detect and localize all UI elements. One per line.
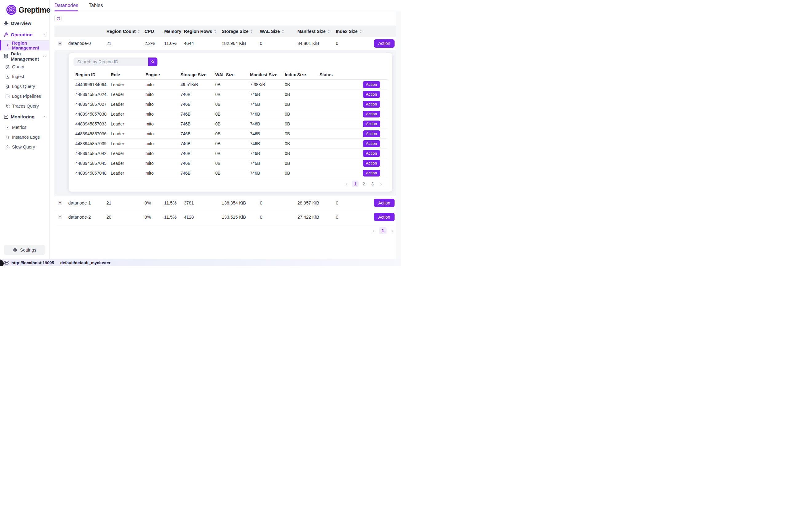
sidebar-item-query[interactable]: Query xyxy=(0,62,49,72)
refresh-button[interactable] xyxy=(54,15,62,22)
region-cell-action: Action xyxy=(354,170,387,176)
pagination-next-icon[interactable]: › xyxy=(388,227,396,234)
region-cell-index_size: 0B xyxy=(285,141,320,146)
pagination-prev-icon[interactable]: ‹ xyxy=(370,227,377,234)
region-search-bar xyxy=(74,57,157,66)
magnifier-icon xyxy=(5,135,10,139)
region-cell-region_id: 4483945857036 xyxy=(75,131,111,136)
region-action-button[interactable]: Action xyxy=(363,91,380,98)
cell-value-4: 138.354 KiB xyxy=(222,201,260,205)
region-cell-manifest_size: 746B xyxy=(250,141,285,146)
region-action-button[interactable]: Action xyxy=(363,81,380,88)
settings-button[interactable]: Settings xyxy=(4,245,45,255)
region-action-button[interactable]: Action xyxy=(363,170,380,176)
chevron-up-icon[interactable] xyxy=(42,54,46,58)
column-header-manifest-size[interactable]: Manifest Size xyxy=(298,29,336,34)
wrench-icon xyxy=(3,32,8,37)
sidebar-item-label: Query xyxy=(12,64,24,69)
sidebar-item-label: Region Management xyxy=(12,41,49,51)
region-action-button[interactable]: Action xyxy=(363,130,380,137)
region-cell-storage_size: 746B xyxy=(180,161,215,166)
sidebar-item-logs-pipelines[interactable]: Logs Pipelines xyxy=(0,91,49,101)
region-action-button[interactable]: Action xyxy=(363,120,380,127)
column-header-wal-size[interactable]: WAL Size xyxy=(260,29,298,34)
region-cell-region_id: 4483945857045 xyxy=(75,161,111,166)
sort-icon[interactable] xyxy=(282,30,284,33)
column-header-region-count[interactable]: Region Count xyxy=(107,29,145,34)
sidebar-item-metrics[interactable]: Metrics xyxy=(0,122,49,132)
datanode-action-button[interactable]: Action xyxy=(374,39,395,48)
tab-tables[interactable]: Tables xyxy=(89,0,103,11)
column-header-storage-size[interactable]: Storage Size xyxy=(222,29,260,34)
gauge-icon xyxy=(5,145,10,149)
column-header-index-size[interactable]: Index Size xyxy=(336,29,374,34)
region-cell-storage_size: 746B xyxy=(180,102,215,107)
pagination-page-3[interactable]: 3 xyxy=(369,180,376,187)
datanode-action-button[interactable]: Action xyxy=(374,213,395,221)
collapse-button[interactable]: − xyxy=(58,41,62,45)
region-action-button[interactable]: Action xyxy=(363,111,380,117)
tab-bar: Datanodes Tables xyxy=(50,0,401,12)
datanode-row-datanode-2: +datanode-2200%11.5%4128133.515 KiB027.4… xyxy=(54,210,396,224)
region-cell-engine: mito xyxy=(146,92,180,97)
expand-button[interactable]: + xyxy=(58,201,62,205)
region-cell-region_id: 4483945857042 xyxy=(75,151,111,156)
datanodes-table-body: −datanode-0212.2%11.6%4644182.964 KiB034… xyxy=(54,37,396,224)
chevron-up-icon[interactable] xyxy=(42,115,46,119)
sidebar-item-ingest[interactable]: Ingest xyxy=(0,72,49,81)
pagination-page-1[interactable]: 1 xyxy=(379,227,386,234)
region-cell-engine: mito xyxy=(146,161,180,166)
pagination-page-1[interactable]: 1 xyxy=(352,180,359,187)
sidebar-item-slow-query[interactable]: Slow Query xyxy=(0,142,49,152)
pagination-next-icon[interactable]: › xyxy=(378,180,384,187)
app-window: Greptime OverviewOperationRegion Managem… xyxy=(0,0,401,266)
expand-button[interactable]: + xyxy=(58,215,62,219)
region-table-header: Region IDRoleEngineStorage SizeWAL SizeM… xyxy=(74,70,387,80)
sidebar-item-label: Monitoring xyxy=(11,114,35,119)
region-action-button[interactable]: Action xyxy=(363,140,380,147)
sidebar-item-logs-query[interactable]: Logs Query xyxy=(0,81,49,91)
gear-icon xyxy=(13,248,18,252)
pagination-prev-icon[interactable]: ‹ xyxy=(343,180,350,187)
sort-desc-icon xyxy=(360,32,362,33)
sidebar-item-traces-query[interactable]: Traces Query xyxy=(0,101,49,111)
cell-expand: − xyxy=(58,41,68,45)
sidebar-item-instance-logs[interactable]: Instance Logs xyxy=(0,132,49,142)
region-action-button[interactable]: Action xyxy=(363,101,380,108)
sidebar-item-operation[interactable]: Operation xyxy=(0,29,49,40)
sidebar-item-monitoring[interactable]: Monitoring xyxy=(0,111,49,122)
sidebar-item-label: Data Management xyxy=(11,51,40,61)
column-header-memory: Memory xyxy=(164,29,184,34)
region-action-button[interactable]: Action xyxy=(363,160,380,167)
region-cell-index_size: 0B xyxy=(285,112,320,117)
sort-icon[interactable] xyxy=(137,30,140,33)
sidebar-item-label: Metrics xyxy=(12,125,26,130)
region-cell-wal_size: 0B xyxy=(215,92,250,97)
region-cell-index_size: 0B xyxy=(285,92,320,97)
cell-value-6: 27.422 KiB xyxy=(298,215,336,220)
region-cell-storage_size: 746B xyxy=(180,151,215,156)
pagination-page-2[interactable]: 2 xyxy=(360,180,367,187)
region-cell-manifest_size: 746B xyxy=(250,92,285,97)
region-table-row: 4483945857030Leadermito746B0B746B0BActio… xyxy=(74,109,387,119)
region-search-button[interactable] xyxy=(148,57,157,66)
sort-icon[interactable] xyxy=(327,30,330,33)
sort-icon[interactable] xyxy=(250,30,253,33)
region-cell-manifest_size: 746B xyxy=(250,121,285,127)
chevron-up-icon[interactable] xyxy=(42,33,46,37)
region-cell-engine: mito xyxy=(146,171,180,176)
column-header-region-rows[interactable]: Region Rows xyxy=(184,29,222,34)
cell-expand: + xyxy=(58,215,68,219)
sidebar-item-overview[interactable]: Overview xyxy=(0,18,49,29)
sort-icon[interactable] xyxy=(214,30,216,33)
brand-logo[interactable]: Greptime xyxy=(0,0,49,17)
sort-icon[interactable] xyxy=(360,30,362,33)
region-cell-manifest_size: 746B xyxy=(250,131,285,136)
sidebar-item-region-management[interactable]: Region Management xyxy=(0,40,49,51)
tab-datanodes[interactable]: Datanodes xyxy=(54,0,78,11)
region-action-button[interactable]: Action xyxy=(363,150,380,157)
sidebar-item-data-management[interactable]: Data Management xyxy=(0,51,49,62)
datanode-action-button[interactable]: Action xyxy=(374,199,395,207)
sidebar-item-label: Logs Pipelines xyxy=(12,94,41,99)
region-search-input[interactable] xyxy=(74,57,148,66)
